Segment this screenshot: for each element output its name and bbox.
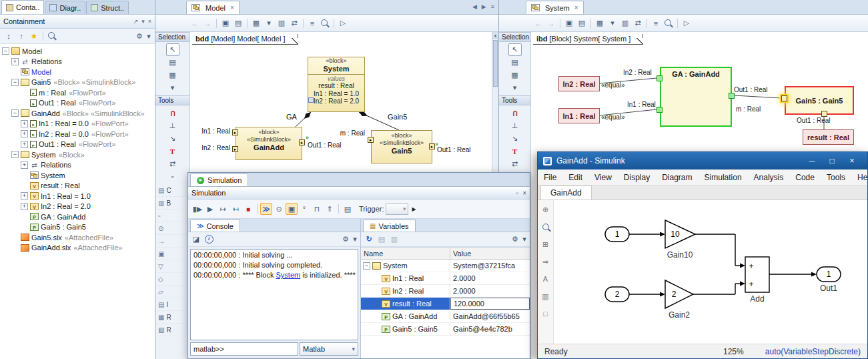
table-row[interactable]: System System@37215fca <box>361 260 530 272</box>
anchor-icon[interactable]: ⊥ <box>166 119 179 132</box>
tree-expander[interactable] <box>11 68 19 75</box>
breakpoints-icon[interactable]: ° <box>298 203 310 215</box>
tree-expander[interactable] <box>11 79 19 86</box>
menu-item[interactable]: Help <box>851 173 868 182</box>
text-tool-icon[interactable]: T <box>508 145 522 157</box>
column-header-value[interactable]: Value <box>450 248 530 259</box>
variable-name-cell[interactable]: Gain5 : Gain5 <box>361 323 450 335</box>
pointer-icon[interactable]: ↖ <box>508 43 522 56</box>
part-result[interactable]: result : Real <box>803 129 854 145</box>
diagram-list-icon[interactable]: ≡ <box>491 3 494 10</box>
variable-value-cell[interactable]: GainAdd@66f55b65 <box>450 310 530 322</box>
palette-item[interactable]: ▤ C <box>155 184 189 197</box>
settings-caret-icon[interactable]: ▾ <box>521 234 528 246</box>
palette-item[interactable]: ⊙ <box>155 222 189 235</box>
language-select[interactable]: Matlab ▾ <box>300 342 358 356</box>
variable-value-cell[interactable]: System@37215fca <box>450 260 530 272</box>
gain5-port-m[interactable] <box>781 95 787 101</box>
palette-item[interactable]: ▤ I <box>155 298 189 311</box>
tree-item[interactable]: Relations <box>0 57 155 67</box>
close-icon[interactable]: × <box>842 156 862 165</box>
settings-caret-icon[interactable]: ▾ <box>145 30 152 42</box>
palette-item[interactable]: → <box>155 235 189 248</box>
tree-item[interactable]: Model <box>0 46 155 57</box>
menu-item[interactable]: Tools <box>821 173 851 182</box>
row-expander[interactable] <box>372 326 380 333</box>
tree-expander[interactable] <box>21 99 28 107</box>
tree-item[interactable]: Out1 : Real «FlowPort» <box>0 139 155 150</box>
tab-model[interactable]: Model × <box>186 1 240 14</box>
panel-expand-icon[interactable]: ▶ <box>412 206 416 212</box>
load-icon[interactable]: ▥ <box>388 234 400 246</box>
resize-icon[interactable]: ↘ <box>508 132 522 145</box>
tree-item[interactable]: Gain5 : Gain5 <box>0 222 155 233</box>
snapshot-icon[interactable]: ▥ <box>540 291 551 302</box>
tree-item[interactable]: Model <box>0 67 155 77</box>
ui-windows-icon[interactable]: ▣ <box>286 203 298 215</box>
row-expander[interactable] <box>372 275 380 282</box>
gain2-block[interactable] <box>665 280 693 308</box>
menu-item[interactable]: Simulation <box>699 173 748 182</box>
menu-item[interactable]: Edit <box>562 173 588 182</box>
refresh-icon[interactable]: ↻ <box>363 234 375 246</box>
show-relations-icon[interactable]: ⇄ <box>288 17 300 29</box>
tree-expander[interactable] <box>2 47 9 55</box>
step-out-icon[interactable]: ↤ <box>230 203 242 215</box>
port-m[interactable] <box>368 137 374 143</box>
tree-item[interactable]: result : Real <box>0 181 155 192</box>
system-link[interactable]: System <box>276 271 301 279</box>
variable-name-cell[interactable]: In2 : Real <box>361 285 450 297</box>
console-toggle-icon[interactable]: ▤ <box>342 203 354 215</box>
forward-icon[interactable]: → <box>201 17 213 29</box>
zoom-icon[interactable] <box>540 222 551 232</box>
grid-caret-icon[interactable]: ▾ <box>166 81 179 94</box>
save-image-icon[interactable]: ▣ <box>220 17 232 29</box>
layers-icon[interactable]: ▤ <box>508 56 522 69</box>
align-icon[interactable]: ▥ <box>619 17 631 29</box>
menu-item[interactable]: File <box>538 173 562 182</box>
tree-expander[interactable] <box>21 182 28 190</box>
tree-item[interactable]: GainAdd «Block» «SimulinkBlock» <box>0 108 155 119</box>
grid-icon[interactable]: ▦ <box>508 69 522 81</box>
row-expander[interactable] <box>372 313 380 320</box>
magnet-icon[interactable]: U <box>508 107 522 119</box>
row-expander[interactable] <box>372 288 380 295</box>
console-settings-icon[interactable]: ⚙ <box>340 234 352 246</box>
tab-console[interactable]: ≫ Console <box>190 220 240 232</box>
simulink-canvas[interactable]: 1 10 2 2 + + 1 Gain10 Gain2 Add Out1 <box>554 200 867 344</box>
tree-expander[interactable] <box>21 161 28 169</box>
print-icon[interactable]: ▤ <box>232 17 244 29</box>
palette-item[interactable]: ▦ R <box>155 311 189 324</box>
gain5-port-out1[interactable] <box>821 111 827 117</box>
console-log[interactable]: 00:00:00,000 : Initial solving ...00:00:… <box>190 249 358 340</box>
menu-item[interactable]: Analysis <box>748 173 790 182</box>
align-icon[interactable]: ▥ <box>276 17 288 29</box>
menu-item[interactable]: Display <box>618 173 656 182</box>
palette-item[interactable]: ▧ R <box>155 324 189 336</box>
stop-icon[interactable]: ■ <box>242 203 254 215</box>
tree-expander[interactable] <box>11 151 19 158</box>
tab-close-icon[interactable]: × <box>574 4 578 11</box>
variable-name-cell[interactable]: GA : GainAdd <box>361 310 450 322</box>
tree-expander[interactable] <box>21 224 28 231</box>
port-out1-gain5[interactable] <box>429 143 435 149</box>
tree-item[interactable]: GainAdd.slx «AttachedFile» <box>0 243 155 254</box>
tree-expander[interactable] <box>11 234 19 241</box>
lock-icon[interactable]: ⊓ <box>311 203 323 215</box>
palette-item[interactable]: ▥ B <box>155 197 189 210</box>
row-expander[interactable] <box>372 300 380 308</box>
close-icon[interactable]: × <box>522 190 526 197</box>
tree-expander[interactable] <box>21 192 28 200</box>
layout-caret-icon[interactable]: ▾ <box>263 17 275 29</box>
frame-icon[interactable]: □ <box>540 308 551 319</box>
table-row[interactable]: Gain5 : Gain5 Gain5@4e4c782b <box>361 323 530 336</box>
tree-item[interactable]: System «Block» <box>0 149 155 160</box>
step-icon[interactable]: ▶ <box>204 203 216 215</box>
show-relations-icon[interactable]: ⇄ <box>632 17 644 29</box>
export-icon[interactable]: ⇑ <box>324 203 336 215</box>
table-row[interactable]: result : Real 120.0000 <box>361 298 530 310</box>
clear-console-icon[interactable]: ◪ <box>190 234 202 246</box>
tab-close-icon[interactable]: × <box>230 4 234 11</box>
tree-item[interactable]: In1 : Real = 1.0 <box>0 191 155 202</box>
variable-value-cell[interactable]: 2.0000 <box>450 285 530 297</box>
